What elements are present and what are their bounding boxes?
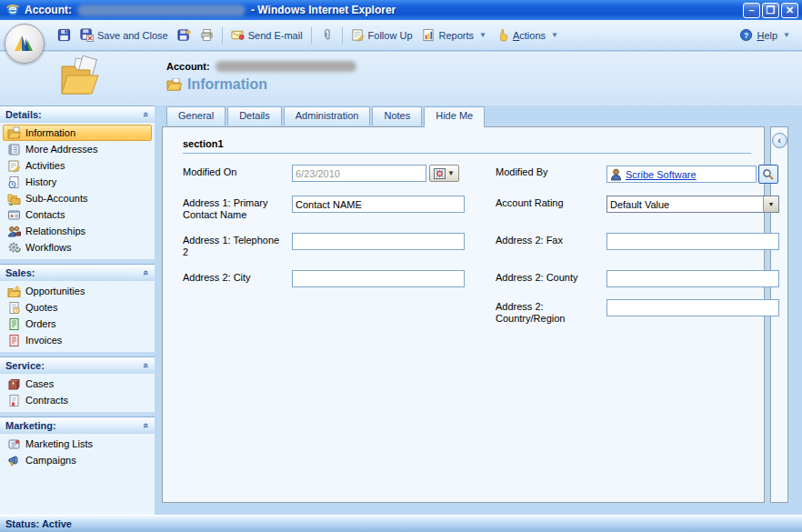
maximize-button[interactable]: ❐ [762,3,779,18]
case-box-icon [7,377,21,391]
sidebar-section-marketing: Marketing: « Marketing Lists Campaigns [0,417,155,515]
modified-by-link[interactable]: Scribe Software [626,169,697,180]
save-and-new-button[interactable] [173,25,195,45]
sidebar-section-header-sales[interactable]: Sales: « [0,264,155,281]
doc-red-icon [7,334,21,347]
entity-header: Account: Information [0,52,802,105]
field-label-address1-primary-contact-name: Address 1: Primary Contact Name [183,196,285,221]
sidebar-item-cases[interactable]: Cases [3,376,152,392]
tab-hide-me[interactable]: Hide Me [424,106,485,127]
help-menu-button[interactable]: ? Help ▼ [735,25,795,45]
chevrons-up-icon[interactable]: « [141,112,152,117]
sidebar-section-sales: Sales: « Opportunities Quotes Orders Inv… [0,264,155,352]
address2-country-region-input[interactable] [607,299,779,316]
field-label-address2-county: Address 2: County [496,270,599,284]
field-label-account-rating: Account Rating [496,196,599,209]
account-folder-icon [55,55,104,101]
minimize-button[interactable]: – [743,3,760,18]
sidebar-item-invoices[interactable]: Invoices [3,332,152,348]
sidebar-item-label: Information [25,127,75,138]
save-and-close-button[interactable]: Save and Close [75,25,173,45]
open-folder-icon [7,126,21,140]
tab-notes[interactable]: Notes [372,106,422,125]
address2-county-input[interactable] [607,270,779,287]
follow-up-note-icon [351,28,365,42]
sidebar-item-more-addresses[interactable]: More Addresses [3,141,152,157]
calendar-icon [434,168,446,179]
tab-general[interactable]: General [166,106,226,125]
account-rating-value: Default Value [607,199,763,210]
sidebar-item-label: Opportunities [25,286,85,296]
toolbar-separator [222,27,223,44]
modified-by-lookup-field[interactable]: Scribe Software [607,166,757,183]
toolbar-separator [311,27,312,44]
section-title: Marketing: [5,420,56,431]
form-section-title: section1 [183,138,751,149]
sub-accounts-icon [7,192,21,206]
actions-menu-button[interactable]: Actions ▼ [491,25,563,45]
window-title-entity: Account: [25,4,72,16]
print-button[interactable] [195,25,218,45]
information-folder-icon [166,78,182,91]
tab-details[interactable]: Details [227,106,282,125]
actions-label: Actions [513,30,546,41]
address2-fax-input[interactable] [607,233,779,250]
sidebar-section-header-details[interactable]: Details: « [0,105,155,123]
sidebar-item-contacts[interactable]: Contacts [3,206,152,223]
save-button[interactable] [53,25,75,45]
chevron-down-icon: ▼ [551,31,558,39]
sidebar-section-service: Service: « Cases Contracts [0,356,155,412]
attach-button[interactable] [316,25,338,45]
toolbar-separator [342,27,343,44]
sidebar-item-orders[interactable]: Orders [3,316,152,332]
address1-telephone2-input[interactable] [292,233,465,250]
sidebar-section-details: Details: « Information More Addresses Ac… [0,105,155,259]
sidebar-item-label: Contracts [25,395,68,406]
sidebar-item-quotes[interactable]: Quotes [3,299,152,316]
tab-administration[interactable]: Administration [284,106,371,125]
collapse-panel-button[interactable]: ‹ [772,133,787,148]
chevrons-up-icon[interactable]: « [141,423,152,428]
close-button[interactable]: ✕ [781,3,798,18]
sidebar-item-label: Relationships [25,226,85,236]
sidebar-item-contracts[interactable]: Contracts [3,392,152,408]
chevron-down-icon: ▼ [447,169,455,177]
sidebar-item-label: Activities [25,160,65,171]
sidebar-section-header-marketing[interactable]: Marketing: « [0,417,155,434]
sidebar-item-label: History [25,176,56,187]
chevrons-up-icon[interactable]: « [141,363,152,368]
send-email-button[interactable]: Send E-mail [226,25,307,45]
sidebar-item-marketing-lists[interactable]: Marketing Lists [3,436,152,452]
sidebar-item-label: Marketing Lists [25,438,93,449]
date-picker-button[interactable]: ▼ [429,165,459,182]
page-title: Information [187,76,267,93]
modified-on-input[interactable] [292,165,426,182]
internet-explorer-icon [5,3,20,17]
sidebar-item-sub-accounts[interactable]: Sub-Accounts [3,190,152,206]
save-icon [57,28,71,42]
account-rating-select[interactable]: Default Value ▼ [607,196,779,213]
sidebar-item-activities[interactable]: Activities [3,157,152,174]
follow-up-button[interactable]: Follow Up [346,25,417,45]
follow-up-label: Follow Up [368,30,413,41]
sidebar-item-information[interactable]: Information [3,125,152,141]
address1-primary-contact-name-input[interactable] [292,196,465,213]
address2-city-input[interactable] [292,270,465,287]
help-icon: ? [739,28,753,42]
chevrons-up-icon[interactable]: « [141,270,152,276]
reports-menu-button[interactable]: Reports ▼ [417,25,491,45]
actions-hand-icon [496,28,509,42]
sidebar-item-label: Sub-Accounts [25,193,87,204]
save-and-close-icon [80,28,94,42]
lookup-button[interactable] [758,165,778,184]
sidebar-item-relationships[interactable]: Relationships [3,223,152,239]
sidebar-item-workflows[interactable]: Workflows [3,239,152,256]
sidebar-item-campaigns[interactable]: Campaigns [3,452,152,468]
sidebar-section-header-service[interactable]: Service: « [0,356,155,374]
sidebar-item-opportunities[interactable]: Opportunities [3,283,152,299]
chevron-down-icon[interactable]: ▼ [763,196,778,212]
form-panel: section1 Modified On ▼ Modified By [162,126,765,503]
window-titlebar: Account: - Windows Internet Explorer – ❐… [0,0,802,20]
sidebar-item-history[interactable]: History [3,174,152,190]
address-book-icon [7,143,21,156]
